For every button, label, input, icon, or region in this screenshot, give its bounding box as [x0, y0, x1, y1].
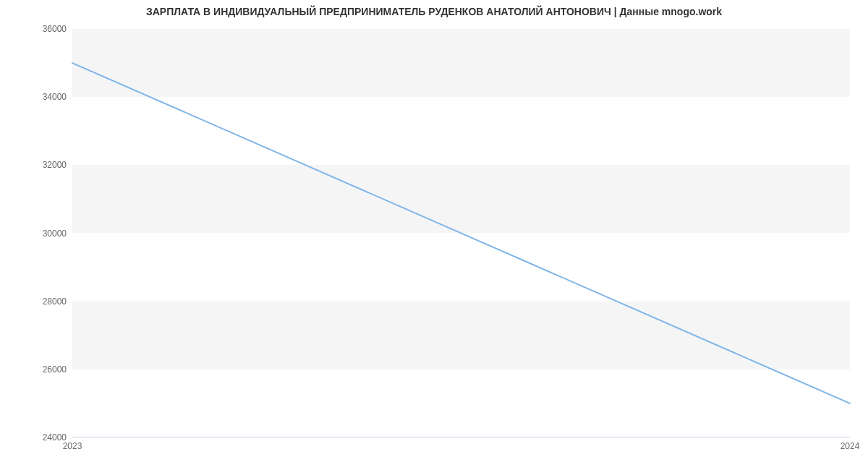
- y-tick-label: 36000: [23, 24, 67, 34]
- y-tick-label: 32000: [23, 160, 67, 170]
- y-tick-label: 30000: [23, 228, 67, 239]
- line-layer: [72, 29, 850, 437]
- y-tick-label: 34000: [23, 92, 67, 102]
- plot-area: [72, 29, 850, 437]
- y-tick-label: 28000: [23, 296, 67, 307]
- x-tick-label: 2023: [63, 441, 82, 451]
- series-line: [72, 63, 850, 403]
- y-tick-label: 26000: [23, 364, 67, 375]
- x-tick-label: 2024: [841, 441, 860, 451]
- chart-title: ЗАРПЛАТА В ИНДИВИДУАЛЬНЫЙ ПРЕДПРИНИМАТЕЛ…: [0, 6, 868, 17]
- chart-container: ЗАРПЛАТА В ИНДИВИДУАЛЬНЫЙ ПРЕДПРИНИМАТЕЛ…: [0, 0, 868, 470]
- y-tick-label: 24000: [23, 432, 67, 443]
